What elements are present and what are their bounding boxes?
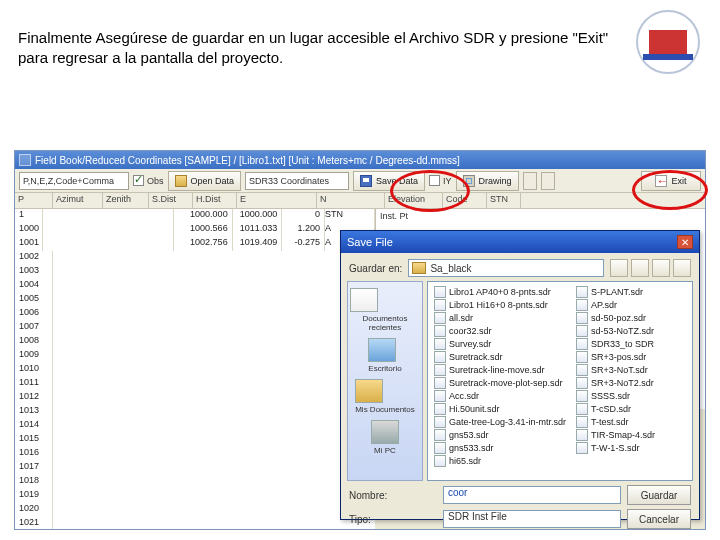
- save-in-label: Guardar en:: [349, 263, 402, 274]
- col-stn: STN: [487, 193, 521, 208]
- table-row[interactable]: 1018: [15, 475, 375, 489]
- table-row[interactable]: 1013: [15, 405, 375, 419]
- table-row[interactable]: 1008: [15, 335, 375, 349]
- file-item[interactable]: Hi.50unit.sdr: [434, 403, 566, 415]
- table-row[interactable]: 1016: [15, 447, 375, 461]
- file-icon: [576, 325, 588, 337]
- file-icon: [576, 442, 588, 454]
- table-row[interactable]: 1007: [15, 321, 375, 335]
- file-item[interactable]: T-cSD.sdr: [576, 403, 655, 415]
- table-row[interactable]: 1012: [15, 391, 375, 405]
- file-item[interactable]: coor32.sdr: [434, 325, 566, 337]
- file-icon: [434, 429, 446, 441]
- exit-label: Exit: [671, 176, 686, 186]
- table-row[interactable]: 1009: [15, 349, 375, 363]
- open-data-button[interactable]: Open Data: [168, 171, 242, 191]
- table-row[interactable]: 1020: [15, 503, 375, 517]
- place-desktop[interactable]: Escritorio: [368, 338, 401, 373]
- table-row[interactable]: 1003: [15, 265, 375, 279]
- obs-checkbox[interactable]: Obs: [133, 175, 164, 186]
- place-documents[interactable]: Mis Documentos: [355, 379, 415, 414]
- col-n: N: [317, 193, 385, 208]
- file-item[interactable]: Acc.sdr: [434, 390, 566, 402]
- file-item[interactable]: TIR-Smap-4.sdr: [576, 429, 655, 441]
- file-item[interactable]: sd-53-NoTZ.sdr: [576, 325, 655, 337]
- places-bar: Documentos recientes Escritorio Mis Docu…: [347, 281, 423, 481]
- toolbar-extra-1[interactable]: [523, 172, 537, 190]
- nav-view-button[interactable]: [673, 259, 691, 277]
- nav-back-button[interactable]: [610, 259, 628, 277]
- coord-format-dropdown[interactable]: SDR33 Coordinates: [245, 172, 349, 190]
- table-row[interactable]: 11000.0001000.0000STN: [15, 209, 375, 223]
- drawing-button[interactable]: Drawing: [456, 171, 519, 191]
- table-row[interactable]: 10001000.5661011.0331.200A: [15, 223, 375, 237]
- table-row[interactable]: 1006: [15, 307, 375, 321]
- dialog-close-button[interactable]: ✕: [677, 235, 693, 249]
- file-item[interactable]: S-PLANT.sdr: [576, 286, 655, 298]
- table-row[interactable]: 1014: [15, 419, 375, 433]
- file-item[interactable]: Suretrack.sdr: [434, 351, 566, 363]
- save-label: Save Data: [376, 176, 418, 186]
- dialog-title: Save File: [347, 236, 393, 248]
- filetype-dropdown[interactable]: SDR Inst File: [443, 510, 621, 528]
- table-row[interactable]: 1005: [15, 293, 375, 307]
- table-row[interactable]: 1002: [15, 251, 375, 265]
- nav-newfolder-button[interactable]: [652, 259, 670, 277]
- file-item[interactable]: Survey.sdr: [434, 338, 566, 350]
- file-item[interactable]: SR+3-NoT2.sdr: [576, 377, 655, 389]
- file-icon: [576, 351, 588, 363]
- side-inst-pt: Inst. Pt: [380, 211, 701, 221]
- table-row[interactable]: 1015: [15, 433, 375, 447]
- file-item[interactable]: T-W-1-S.sdr: [576, 442, 655, 454]
- file-item[interactable]: hi65.sdr: [434, 455, 566, 467]
- documents-icon: [355, 379, 383, 403]
- file-item[interactable]: SSSS.sdr: [576, 390, 655, 402]
- col-el: Elevation: [385, 193, 443, 208]
- file-item[interactable]: Suretrack-move-plot-sep.sdr: [434, 377, 566, 389]
- file-icon: [434, 442, 446, 454]
- toolbar-extra-2[interactable]: [541, 172, 555, 190]
- file-item[interactable]: T-test.sdr: [576, 416, 655, 428]
- file-icon: [576, 299, 588, 311]
- file-icon: [434, 286, 446, 298]
- table-row[interactable]: 1011: [15, 377, 375, 391]
- file-item[interactable]: Gate-tree-Log-3.41-in-mtr.sdr: [434, 416, 566, 428]
- place-mypc[interactable]: Mi PC: [371, 420, 399, 455]
- nav-up-button[interactable]: [631, 259, 649, 277]
- file-list-pane[interactable]: Libro1 AP40+0 8-pnts.sdrLibro1 Hi16+0 8-…: [427, 281, 693, 481]
- table-row[interactable]: 1017: [15, 461, 375, 475]
- exit-button[interactable]: Exit: [641, 171, 701, 191]
- place-mypc-label: Mi PC: [374, 446, 396, 455]
- place-recent[interactable]: Documentos recientes: [350, 288, 420, 332]
- format-dropdown[interactable]: P,N,E,Z,Code+Comma: [19, 172, 129, 190]
- table-row[interactable]: 1021: [15, 517, 375, 529]
- file-item[interactable]: sd-50-poz.sdr: [576, 312, 655, 324]
- app-icon: [19, 154, 31, 166]
- file-item[interactable]: Libro1 AP40+0 8-pnts.sdr: [434, 286, 566, 298]
- file-item[interactable]: gns53.sdr: [434, 429, 566, 441]
- table-row[interactable]: 1019: [15, 489, 375, 503]
- dialog-cancel-button[interactable]: Cancelar: [627, 509, 691, 529]
- filename-input[interactable]: coor: [443, 486, 621, 504]
- iy-checkbox[interactable]: IY: [429, 175, 452, 186]
- dialog-save-button[interactable]: Guardar: [627, 485, 691, 505]
- data-grid[interactable]: 11000.0001000.0000STN10001000.5661011.03…: [15, 209, 375, 529]
- file-item[interactable]: Libro1 Hi16+0 8-pnts.sdr: [434, 299, 566, 311]
- filename-label: Nombre:: [349, 490, 437, 501]
- file-item[interactable]: SR+3-pos.sdr: [576, 351, 655, 363]
- folder-icon: [412, 262, 426, 274]
- table-row[interactable]: 1010: [15, 363, 375, 377]
- file-item[interactable]: SR+3-NoT.sdr: [576, 364, 655, 376]
- file-item[interactable]: AP.sdr: [576, 299, 655, 311]
- save-in-dropdown[interactable]: Sa_black: [408, 259, 604, 277]
- table-row[interactable]: 1004: [15, 279, 375, 293]
- file-icon: [576, 377, 588, 389]
- file-item[interactable]: all.sdr: [434, 312, 566, 324]
- file-item[interactable]: gns533.sdr: [434, 442, 566, 454]
- floppy-save-icon: [360, 175, 372, 187]
- table-row[interactable]: 10011002.7561019.409-0.275A: [15, 237, 375, 251]
- place-desktop-label: Escritorio: [368, 364, 401, 373]
- file-item[interactable]: Suretrack-line-move.sdr: [434, 364, 566, 376]
- save-data-button[interactable]: Save Data: [353, 171, 425, 191]
- file-item[interactable]: SDR33_to SDR: [576, 338, 655, 350]
